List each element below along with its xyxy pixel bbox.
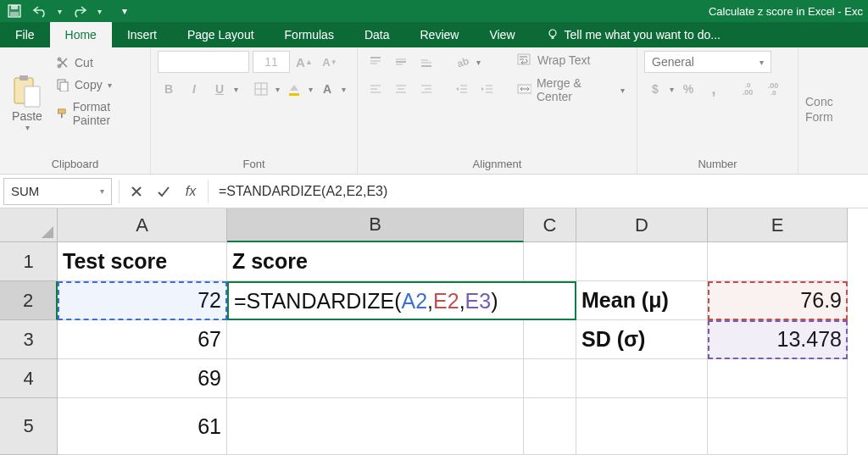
tab-formulas[interactable]: Formulas	[270, 22, 349, 47]
increase-indent-icon[interactable]	[476, 78, 498, 100]
insert-function-button[interactable]: fx	[177, 178, 204, 205]
align-top-icon[interactable]	[364, 51, 387, 73]
align-left-icon[interactable]	[364, 78, 387, 100]
cell-B4[interactable]	[227, 359, 524, 398]
save-icon[interactable]	[7, 3, 22, 19]
cut-button[interactable]: Cut	[53, 54, 143, 71]
orientation-dropdown-icon[interactable]: ▾	[476, 58, 481, 67]
name-box[interactable]: SUM ▾	[3, 178, 112, 205]
percent-format-icon[interactable]: %	[677, 78, 699, 100]
cell-B5[interactable]	[227, 398, 524, 455]
align-middle-icon[interactable]	[390, 51, 412, 73]
font-combo[interactable]	[158, 51, 249, 73]
decrease-indent-icon[interactable]	[451, 78, 473, 100]
conditional-formatting-button[interactable]: Conc	[805, 95, 833, 108]
cell-C1[interactable]	[524, 242, 576, 281]
format-button[interactable]: Form	[805, 110, 833, 124]
cell-B1[interactable]: Z score	[227, 242, 524, 281]
cell-E3[interactable]: 13.478	[708, 320, 848, 359]
cell-E1[interactable]	[708, 242, 848, 281]
qat-customize-icon[interactable]: ▾	[122, 5, 127, 17]
fill-color-icon[interactable]	[283, 78, 305, 100]
paste-icon[interactable]	[10, 74, 44, 109]
number-format-combo[interactable]: General ▾	[644, 51, 771, 73]
cell-D1[interactable]	[576, 242, 708, 281]
align-center-icon[interactable]	[390, 78, 412, 100]
row-header-3[interactable]: 3	[0, 320, 58, 359]
decrease-font-icon[interactable]: A▼	[319, 51, 341, 73]
italic-button[interactable]: I	[183, 78, 205, 100]
cell-D3[interactable]: SD (σ)	[576, 320, 708, 359]
align-bottom-icon[interactable]	[415, 51, 437, 73]
row-header-5[interactable]: 5	[0, 398, 58, 455]
increase-font-icon[interactable]: A▲	[293, 51, 315, 73]
cell-E5[interactable]	[708, 398, 848, 455]
cell-A3[interactable]: 67	[58, 320, 227, 359]
svg-text:ab: ab	[455, 55, 469, 69]
cell-A2[interactable]: 72	[58, 281, 227, 320]
enter-formula-button[interactable]	[150, 178, 177, 205]
col-header-B[interactable]: B	[227, 208, 524, 242]
orientation-icon[interactable]: ab	[451, 51, 473, 73]
comma-format-icon[interactable]: ,	[703, 78, 725, 100]
paste-label[interactable]: Paste	[12, 109, 42, 123]
undo-dropdown-icon[interactable]: ▾	[58, 7, 62, 16]
font-size-combo[interactable]: 11	[253, 51, 290, 73]
align-right-icon[interactable]	[415, 78, 437, 100]
tab-review[interactable]: Review	[405, 22, 475, 47]
row-header-2[interactable]: 2	[0, 281, 58, 320]
formula-input[interactable]	[212, 178, 868, 205]
borders-icon[interactable]	[250, 78, 272, 100]
cell-D5[interactable]	[576, 398, 708, 455]
cell-C5[interactable]	[524, 398, 576, 455]
redo-dropdown-icon[interactable]: ▾	[97, 7, 102, 16]
decrease-decimal-icon[interactable]: .00.0	[762, 78, 784, 100]
worksheet[interactable]: A B C D E 1 2 3 4 5 Test score Z score 7…	[0, 208, 868, 455]
tab-page-layout[interactable]: Page Layout	[172, 22, 270, 47]
underline-dropdown-icon[interactable]: ▾	[234, 85, 238, 94]
col-header-C[interactable]: C	[524, 208, 576, 242]
wrap-text-button[interactable]: Wrap Text	[512, 51, 630, 69]
row-header-4[interactable]: 4	[0, 359, 58, 398]
tab-file[interactable]: File	[0, 22, 50, 47]
cell-C3[interactable]	[524, 320, 576, 359]
tab-view[interactable]: View	[474, 22, 530, 47]
col-header-A[interactable]: A	[58, 208, 227, 242]
cell-A4[interactable]: 69	[58, 359, 227, 398]
merge-icon	[517, 82, 531, 97]
cell-E2[interactable]: 76.9	[708, 281, 848, 320]
cell-E4[interactable]	[708, 359, 848, 398]
format-painter-button[interactable]: Format Painter	[53, 98, 143, 129]
merge-center-button[interactable]: Merge & Center ▾	[512, 75, 630, 105]
fill-color-dropdown-icon[interactable]: ▾	[309, 85, 313, 94]
tab-home[interactable]: Home	[50, 22, 112, 47]
wrap-text-label: Wrap Text	[537, 53, 591, 67]
cell-C4[interactable]	[524, 359, 576, 398]
select-all-corner[interactable]	[0, 208, 58, 242]
paste-dropdown-icon[interactable]: ▾	[25, 123, 30, 132]
cell-D4[interactable]	[576, 359, 708, 398]
underline-button[interactable]: U	[209, 78, 231, 100]
undo-icon[interactable]	[31, 4, 49, 18]
col-header-E[interactable]: E	[708, 208, 848, 242]
tab-data[interactable]: Data	[349, 22, 405, 47]
col-header-D[interactable]: D	[576, 208, 708, 242]
cell-A1[interactable]: Test score	[58, 242, 227, 281]
cell-D2[interactable]: Mean (μ)	[576, 281, 708, 320]
cell-A5[interactable]: 61	[58, 398, 227, 455]
bold-button[interactable]: B	[158, 78, 180, 100]
row-header-1[interactable]: 1	[0, 242, 58, 281]
redo-icon[interactable]	[70, 4, 89, 18]
tell-me[interactable]: Tell me what you want to do...	[531, 22, 736, 47]
tab-insert[interactable]: Insert	[112, 22, 172, 47]
accounting-format-icon[interactable]: $	[644, 78, 666, 100]
copy-button[interactable]: Copy ▾	[53, 76, 143, 93]
accounting-dropdown-icon[interactable]: ▾	[670, 85, 674, 94]
cancel-formula-button[interactable]	[123, 178, 150, 205]
font-color-dropdown-icon[interactable]: ▾	[342, 85, 346, 94]
cell-B3[interactable]	[227, 320, 524, 359]
borders-dropdown-icon[interactable]: ▾	[275, 85, 280, 94]
cell-edit-B2[interactable]: =STANDARDIZE(A2,E2,E3)	[227, 281, 576, 320]
font-color-icon[interactable]: A	[316, 78, 338, 100]
increase-decimal-icon[interactable]: .0.00	[737, 78, 759, 100]
